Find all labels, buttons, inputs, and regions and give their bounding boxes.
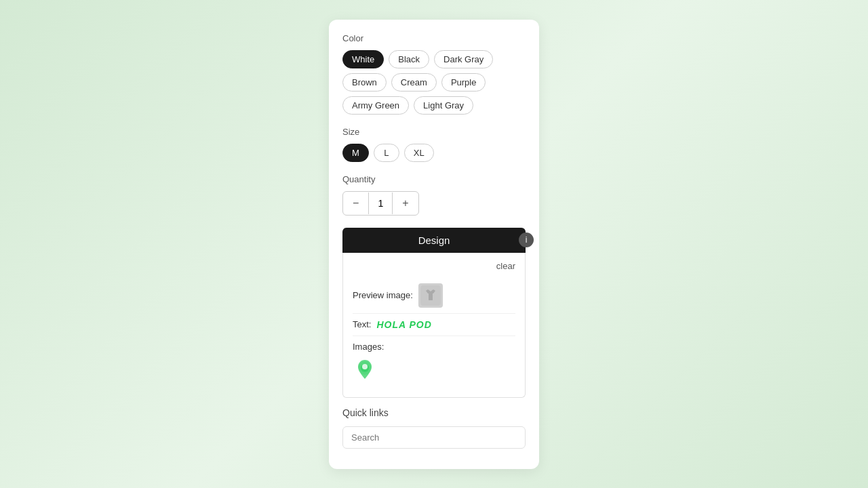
quick-links-title: Quick links bbox=[342, 407, 526, 418]
quantity-label: Quantity bbox=[342, 174, 526, 184]
size-label: Size bbox=[342, 127, 526, 137]
svg-point-3 bbox=[362, 364, 368, 369]
quantity-increase[interactable]: + bbox=[393, 192, 418, 215]
design-bar: Design bbox=[342, 228, 526, 253]
quick-links-section: Quick links bbox=[342, 407, 526, 449]
quantity-decrease[interactable]: − bbox=[343, 192, 368, 215]
size-l[interactable]: L bbox=[374, 144, 399, 162]
preview-label: Preview image: bbox=[353, 290, 413, 300]
design-content: clear Preview image: Text: HOLA POD bbox=[342, 253, 526, 398]
color-brown[interactable]: Brown bbox=[342, 73, 387, 92]
images-label: Images: bbox=[353, 342, 384, 352]
color-army-green[interactable]: Army Green bbox=[342, 96, 409, 115]
size-m[interactable]: M bbox=[342, 144, 369, 162]
color-light-gray[interactable]: Light Gray bbox=[414, 96, 473, 115]
tshirt-preview-icon bbox=[420, 285, 441, 306]
text-row: Text: HOLA POD bbox=[353, 314, 515, 336]
product-card: Color White Black Dark Gray Brown Cream … bbox=[329, 20, 539, 469]
color-label: Color bbox=[342, 33, 526, 43]
design-section: Design i clear Preview image: Text: bbox=[342, 228, 526, 398]
color-white[interactable]: White bbox=[342, 50, 384, 68]
quantity-section: Quantity − 1 + bbox=[342, 174, 526, 216]
preview-thumbnail bbox=[418, 283, 443, 308]
color-dark-gray[interactable]: Dark Gray bbox=[434, 50, 493, 68]
design-bar-label: Design bbox=[418, 235, 450, 246]
color-options: White Black Dark Gray Brown Cream Purple… bbox=[342, 50, 526, 115]
clear-button[interactable]: clear bbox=[353, 261, 515, 271]
text-value: HOLA POD bbox=[376, 319, 431, 330]
quantity-value: 1 bbox=[368, 192, 393, 214]
color-purple[interactable]: Purple bbox=[441, 73, 486, 92]
size-options: M L XL bbox=[342, 144, 526, 162]
size-xl[interactable]: XL bbox=[404, 144, 434, 162]
search-input[interactable] bbox=[342, 426, 526, 449]
quantity-stepper: − 1 + bbox=[342, 191, 419, 216]
image-pin-icon bbox=[353, 357, 377, 382]
images-container bbox=[353, 357, 377, 384]
color-cream[interactable]: Cream bbox=[391, 73, 437, 92]
color-black[interactable]: Black bbox=[389, 50, 429, 68]
info-icon[interactable]: i bbox=[519, 232, 534, 247]
preview-image-row: Preview image: bbox=[353, 278, 515, 314]
images-row: Images: bbox=[353, 336, 515, 389]
text-label: Text: bbox=[353, 319, 371, 329]
